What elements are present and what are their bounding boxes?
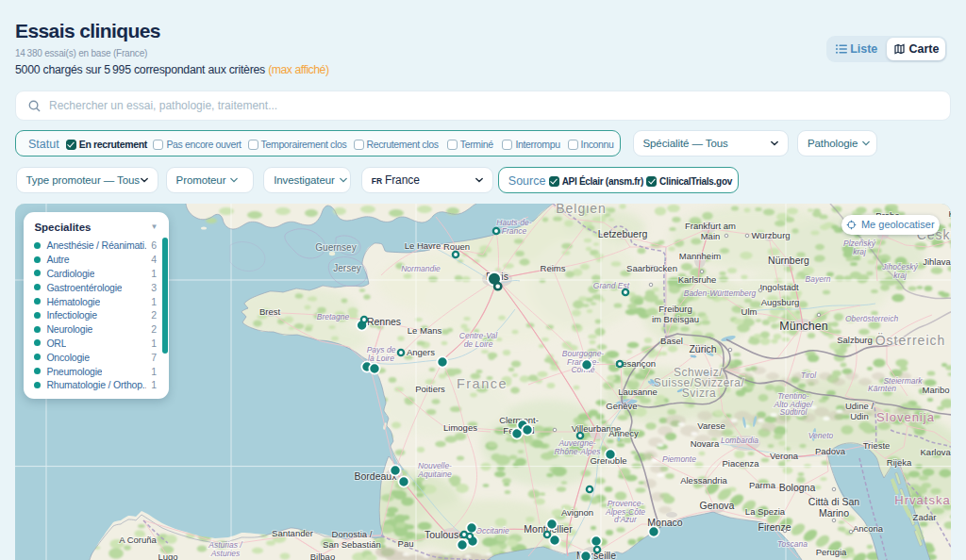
svg-text:Novara: Novara (691, 438, 720, 449)
svg-text:Padova: Padova (815, 446, 846, 456)
svg-text:Bretagne: Bretagne (317, 312, 350, 321)
svg-text:Svizra: Svizra (682, 387, 716, 400)
svg-text:Città di San: Città di San (808, 496, 859, 507)
svg-text:Tirol: Tirol (801, 371, 818, 380)
svg-text:Rennes: Rennes (367, 316, 401, 327)
svg-text:Karlsruhe: Karlsruhe (678, 274, 717, 285)
svg-text:Donostia /: Donostia / (332, 529, 373, 539)
svg-text:Le Mans: Le Mans (408, 325, 442, 336)
svg-text:Bologna: Bologna (779, 482, 816, 493)
svg-text:Piemonte: Piemonte (662, 454, 696, 464)
svg-text:Reims: Reims (541, 263, 566, 273)
svg-text:Nürnberg: Nürnberg (768, 255, 809, 266)
svg-text:Baden-Württemberg: Baden-Württemberg (684, 288, 757, 298)
svg-text:Basel: Basel (660, 336, 683, 346)
svg-text:Hrvatska: Hrvatska (894, 493, 950, 507)
svg-text:im Breisgau: im Breisgau (652, 314, 699, 324)
svg-text:Frankfurt am: Frankfurt am (685, 221, 736, 231)
svg-text:Ingolstadt: Ingolstadt (759, 282, 799, 292)
svg-text:kraj: kraj (893, 271, 908, 280)
svg-text:München: München (779, 320, 827, 333)
svg-text:Guernsey: Guernsey (315, 242, 356, 253)
svg-text:Parma: Parma (749, 480, 776, 490)
svg-text:Freiburg: Freiburg (658, 304, 691, 314)
svg-text:d'Azur: d'Azur (614, 515, 638, 524)
svg-text:Krá: Krá (949, 208, 951, 219)
svg-text:Rouen: Rouen (443, 241, 470, 252)
svg-text:Piacenza: Piacenza (722, 458, 759, 469)
svg-text:Südtirol: Südtirol (780, 407, 808, 417)
svg-text:Santander: Santander (272, 528, 313, 538)
svg-text:Perugia: Perugia (816, 547, 847, 557)
svg-text:Veneto: Veneto (808, 431, 834, 440)
svg-text:Le Havre: Le Havre (405, 240, 441, 251)
svg-text:Brest: Brest (259, 306, 281, 317)
svg-text:Saarbrücken: Saarbrücken (626, 263, 677, 273)
svg-text:Belgien: Belgien (556, 204, 607, 216)
svg-text:Lombardia: Lombardia (721, 436, 758, 445)
svg-text:la Loire: la Loire (368, 354, 394, 363)
svg-text:Rijeka: Rijeka (887, 457, 912, 468)
svg-text:Varese: Varese (697, 420, 724, 431)
svg-text:A Coruña: A Coruña (119, 535, 157, 545)
svg-text:Zürich: Zürich (689, 343, 716, 354)
svg-text:Avignon: Avignon (561, 507, 593, 518)
svg-text:Angers: Angers (407, 347, 435, 357)
svg-text:Ulm: Ulm (741, 306, 758, 317)
svg-text:Genève: Genève (606, 401, 637, 411)
svg-text:Annecy: Annecy (608, 428, 639, 438)
svg-text:Kärnten: Kärnten (868, 384, 896, 393)
svg-text:Karlovac: Karlovac (921, 447, 951, 457)
svg-text:Genova: Genova (700, 500, 735, 511)
svg-text:Pau: Pau (398, 538, 414, 549)
svg-text:Lugo: Lugo (158, 552, 177, 560)
svg-text:France: France (457, 376, 508, 391)
svg-text:Bayern: Bayern (806, 274, 831, 284)
svg-text:San Sebastián: San Sebastián (323, 539, 381, 550)
svg-text:Letzebuerg: Letzebuerg (598, 228, 648, 239)
svg-text:Maribo: Maribo (922, 385, 949, 395)
svg-text:Udine /: Udine / (845, 401, 874, 411)
svg-text:France: France (502, 226, 527, 236)
svg-text:Jihlava: Jihlava (923, 256, 951, 267)
svg-text:Aquitaine: Aquitaine (417, 469, 452, 479)
svg-text:Oberösterreich: Oberösterreich (845, 314, 898, 323)
svg-text:Lausanne: Lausanne (618, 387, 658, 397)
svg-text:La Spezia: La Spezia (745, 506, 786, 517)
svg-text:Rhône-Alpes: Rhône-Alpes (554, 447, 601, 456)
svg-text:kraj: kraj (853, 247, 867, 256)
svg-text:Toscana: Toscana (777, 539, 808, 549)
svg-text:Normandie: Normandie (401, 264, 441, 273)
svg-text:Salzburg: Salzburg (837, 335, 873, 345)
svg-text:Occitanie: Occitanie (475, 526, 509, 535)
svg-text:Verona: Verona (770, 451, 799, 461)
svg-text:Augsburg: Augsburg (761, 297, 800, 307)
svg-text:Asturies: Asturies (210, 549, 241, 558)
svg-text:Limoges: Limoges (443, 422, 477, 433)
svg-text:Mannheim: Mannheim (679, 251, 721, 261)
svg-text:Alessandria: Alessandria (680, 475, 727, 486)
svg-text:Ancona: Ancona (853, 523, 884, 534)
svg-text:Toulouse: Toulouse (425, 529, 464, 540)
svg-text:Udin: Udin (850, 411, 869, 421)
svg-text:Trieste: Trieste (863, 440, 891, 451)
svg-text:Bilbao: Bilbao (310, 552, 335, 560)
svg-text:Österreich: Österreich (875, 332, 946, 348)
svg-text:Poitiers: Poitiers (415, 384, 445, 394)
svg-text:Main: Main (701, 231, 721, 241)
svg-text:Zadar: Zadar (913, 512, 937, 522)
svg-text:Slovenija: Slovenija (876, 410, 935, 424)
svg-text:de Loire: de Loire (464, 339, 493, 349)
svg-text:Jersey: Jersey (333, 263, 360, 273)
svg-text:Marino: Marino (819, 507, 849, 519)
svg-text:Würzburg: Würzburg (751, 230, 790, 240)
